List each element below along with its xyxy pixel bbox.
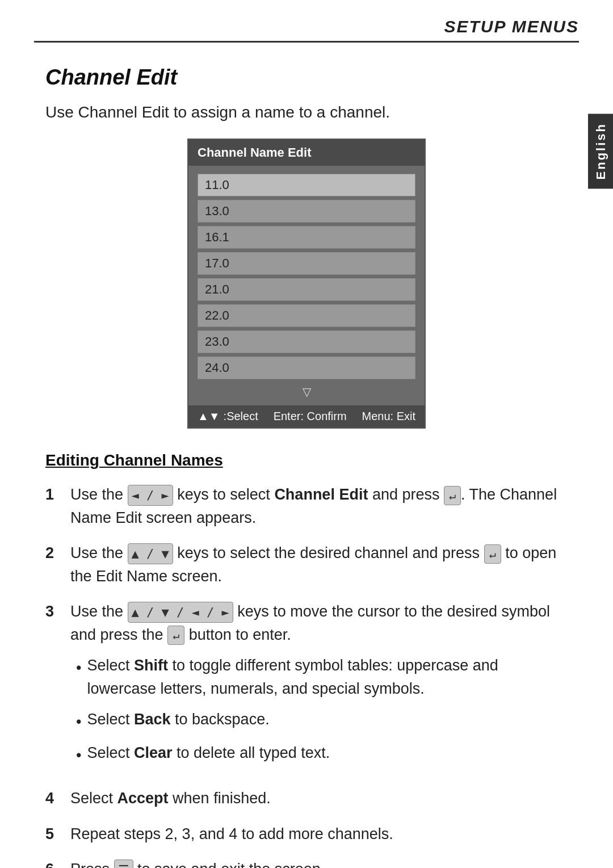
channel-ui-footer: ▲▼ :Select Enter: Confirm Menu: Exit <box>188 405 425 427</box>
channel-ui-body: 11.0 13.0 16.1 17.0 21.0 22.0 23.0 24.0 … <box>188 166 425 405</box>
step-1: 1 Use the ◄ / ► keys to select Channel E… <box>45 483 568 529</box>
step-6-text: Press ☰ to save and exit the screen. <box>70 858 568 868</box>
english-tab: English <box>588 114 613 188</box>
step-4: 4 Select Accept when finished. <box>45 787 568 810</box>
enter-key-icon-3: ↵ <box>167 626 184 645</box>
footer-enter-label: Enter: Confirm <box>274 410 347 423</box>
main-content: Channel Edit Use Channel Edit to assign … <box>0 43 613 868</box>
steps-list: 1 Use the ◄ / ► keys to select Channel E… <box>45 483 568 868</box>
step-2-number: 2 <box>45 542 61 588</box>
bullet-back: • Select Back to backspace. <box>76 708 568 733</box>
step-5: 5 Repeat steps 2, 3, and 4 to add more c… <box>45 823 568 846</box>
step-4-text: Select Accept when finished. <box>70 787 568 810</box>
bullet-dot: • <box>76 656 81 700</box>
step-6: 6 Press ☰ to save and exit the screen. <box>45 858 568 868</box>
up-down-key-icon: ▲ / ▼ <box>128 543 173 564</box>
step-3-number: 3 <box>45 600 61 774</box>
left-right-key-icon: ◄ / ► <box>128 485 173 506</box>
footer-select: ▲▼ :Select <box>198 410 258 423</box>
step-5-number: 5 <box>45 823 61 846</box>
step-3: 3 Use the ▲ / ▼ / ◄ / ► keys to move the… <box>45 600 568 774</box>
step-2: 2 Use the ▲ / ▼ keys to select the desir… <box>45 542 568 588</box>
channel-row[interactable]: 24.0 <box>198 357 415 379</box>
bullet-clear: • Select Clear to delete all typed text. <box>76 741 568 767</box>
step-2-text: Use the ▲ / ▼ keys to select the desired… <box>70 542 568 588</box>
channel-ui-header: Channel Name Edit <box>188 140 425 166</box>
bullet-dot: • <box>76 744 81 767</box>
bullet-clear-text: Select Clear to delete all typed text. <box>87 741 330 767</box>
bullet-shift: • Select Shift to toggle different symbo… <box>76 654 568 700</box>
channel-row[interactable]: 11.0 <box>198 174 415 196</box>
step-4-number: 4 <box>45 787 61 810</box>
intro-text: Use Channel Edit to assign a name to a c… <box>45 103 568 121</box>
footer-select-label: :Select <box>224 410 258 423</box>
setup-menus-title: SETUP MENUS <box>444 17 579 36</box>
channel-edit-ui: Channel Name Edit 11.0 13.0 16.1 17.0 21… <box>187 139 426 429</box>
enter-key-icon: ↵ <box>444 486 461 505</box>
step-5-text: Repeat steps 2, 3, and 4 to add more cha… <box>70 823 568 846</box>
channel-row[interactable]: 17.0 <box>198 252 415 275</box>
channel-row[interactable]: 13.0 <box>198 200 415 223</box>
bullet-shift-text: Select Shift to toggle different symbol … <box>87 654 568 700</box>
step-1-text: Use the ◄ / ► keys to select Channel Edi… <box>70 483 568 529</box>
step-3-text: Use the ▲ / ▼ / ◄ / ► keys to move the c… <box>70 600 568 774</box>
scroll-down-icon: ▽ <box>198 383 415 401</box>
header: SETUP MENUS <box>0 0 613 36</box>
step-3-bullets: • Select Shift to toggle different symbo… <box>70 654 568 766</box>
page-title: Channel Edit <box>45 65 568 90</box>
channel-row[interactable]: 16.1 <box>198 226 415 249</box>
all-arrow-key-icon: ▲ / ▼ / ◄ / ► <box>128 602 233 623</box>
bullet-dot: • <box>76 710 81 733</box>
step-1-number: 1 <box>45 483 61 529</box>
up-arrow-icon: ▲▼ <box>198 410 220 423</box>
channel-row[interactable]: 21.0 <box>198 278 415 301</box>
footer-menu-label: Menu: Exit <box>362 410 415 423</box>
bullet-back-text: Select Back to backspace. <box>87 708 269 733</box>
menu-key-icon: ☰ <box>114 859 133 868</box>
step-6-number: 6 <box>45 858 61 868</box>
channel-row[interactable]: 23.0 <box>198 330 415 353</box>
enter-key-icon-2: ↵ <box>484 544 501 564</box>
editing-channel-names-heading: Editing Channel Names <box>45 451 568 469</box>
channel-row[interactable]: 22.0 <box>198 304 415 327</box>
